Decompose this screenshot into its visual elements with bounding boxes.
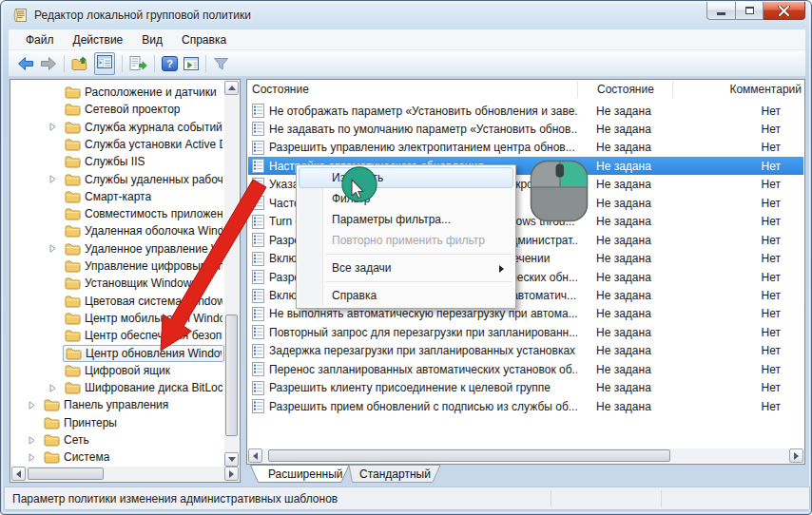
policy-row[interactable]: Разрешить управлению электропитанием цен… <box>248 139 803 157</box>
back-button[interactable] <box>17 56 34 71</box>
tree-item-label: Шифрование диска BitLocker <box>85 381 222 394</box>
tree-item-label: Система <box>64 450 109 464</box>
context-menu: ИзменитьФильтрПараметры фильтра...Повтор… <box>296 164 516 309</box>
context-menu-item[interactable]: Справка <box>299 285 513 306</box>
maximize-icon <box>745 7 754 14</box>
tree-item[interactable]: Служба журнала событий <box>11 119 224 136</box>
window-titlebar[interactable]: Редактор локальной групповой политики <box>1 1 811 29</box>
policy-name: Разрешить прием обновлений с подписью из… <box>269 400 577 413</box>
menubar-item-4[interactable]: Справка <box>172 31 236 48</box>
tree-item[interactable]: Сеть <box>11 431 224 448</box>
expand-icon[interactable] <box>28 400 37 410</box>
policy-row[interactable]: Не отображать параметр «Установить обнов… <box>248 102 803 120</box>
expand-icon[interactable] <box>48 383 58 392</box>
scroll-down-button[interactable] <box>224 452 239 467</box>
policy-state: Не задана <box>577 141 672 154</box>
folder-icon <box>65 121 81 134</box>
maximize-button[interactable] <box>736 2 764 20</box>
expander-spacer <box>48 105 58 114</box>
list-horizontal-scrollbar[interactable] <box>248 448 803 463</box>
policy-comment: Нет <box>672 363 803 376</box>
context-menu-item[interactable]: Изменить <box>299 167 513 188</box>
tree-item[interactable]: Служба установки Active Directory <box>11 136 224 153</box>
tab-standard-label[interactable]: Стандартный <box>359 467 431 481</box>
menubar-item-3[interactable]: Вид <box>132 31 172 48</box>
menubar-item-2[interactable]: Действие <box>64 31 133 48</box>
show-hide-action-pane-button[interactable] <box>184 57 199 70</box>
policy-name: Не задавать по умолчанию параметр «Устан… <box>269 123 577 136</box>
expander-spacer <box>48 331 58 340</box>
tree-item[interactable]: Сетевой проектор <box>11 101 224 118</box>
expand-icon[interactable] <box>48 123 58 132</box>
folder-icon <box>65 259 81 273</box>
tree-item[interactable]: Службы IIS <box>11 153 224 170</box>
export-list-button[interactable] <box>129 56 147 70</box>
expand-icon[interactable] <box>28 435 37 445</box>
tree-horizontal-scrollbar[interactable] <box>11 467 239 481</box>
filter-button[interactable] <box>213 57 229 70</box>
column-header-state[interactable]: Состояние <box>577 81 672 98</box>
policy-row[interactable]: Не задавать по умолчанию параметр «Устан… <box>248 120 803 138</box>
column-header-comment[interactable]: Комментарий <box>672 81 803 98</box>
policy-comment: Нет <box>672 326 803 339</box>
app-window: Редактор локальной групповой политики Фа… <box>0 0 812 515</box>
context-menu-item[interactable]: Фильтр <box>299 188 513 209</box>
tree-item[interactable]: Расположение и датчики <box>11 84 224 101</box>
folder-icon <box>65 312 81 325</box>
expander-spacer <box>48 157 58 166</box>
show-hide-console-tree-button[interactable] <box>94 52 115 75</box>
policy-row[interactable]: Разрешить прием обновлений с подписью из… <box>248 397 803 415</box>
tree-item-label: Службы IIS <box>85 155 145 168</box>
policy-comment: Нет <box>672 234 803 247</box>
column-header-setting[interactable]: Состояние <box>248 81 577 98</box>
policy-setting-icon <box>248 104 269 118</box>
list-hscroll-thumb[interactable] <box>268 449 670 462</box>
scroll-right-button[interactable] <box>224 467 239 481</box>
scroll-left-button[interactable] <box>248 448 262 463</box>
forward-button[interactable] <box>40 56 57 71</box>
policy-name: Не отображать параметр «Установить обнов… <box>269 105 577 118</box>
tree-item[interactable]: Шифрование диска BitLocker <box>11 379 224 396</box>
folder-icon <box>65 155 81 168</box>
policy-comment: Нет <box>672 197 803 210</box>
scroll-right-button[interactable] <box>789 448 803 463</box>
policy-state: Не задана <box>577 344 672 357</box>
expander-spacer <box>48 366 58 375</box>
scroll-left-button[interactable] <box>11 467 26 481</box>
policy-row[interactable]: Задержка перезагрузки при запланированны… <box>248 342 803 360</box>
expand-icon[interactable] <box>28 452 37 462</box>
policy-row[interactable]: Разрешить клиенту присоединение к целево… <box>248 379 803 397</box>
tab-advanced-label[interactable]: Расширенный <box>268 467 343 481</box>
policy-row[interactable]: Повторный запрос для перезагрузки при за… <box>248 323 803 341</box>
tree-hscroll-thumb[interactable] <box>28 467 104 480</box>
tree-item[interactable]: Принтеры <box>11 414 224 431</box>
policy-row[interactable]: Перенос запланированных автоматических у… <box>248 360 803 378</box>
tree-item[interactable]: Панель управления <box>11 396 224 413</box>
policy-comment: Нет <box>672 160 803 173</box>
help-button[interactable]: ? <box>162 56 178 71</box>
scroll-up-button[interactable] <box>224 81 239 95</box>
toolbar-separator <box>64 55 65 72</box>
tree-item-label: Панель управления <box>64 398 168 411</box>
expand-icon[interactable] <box>48 244 58 254</box>
menubar-item-1[interactable]: Файл <box>16 31 64 48</box>
folder-icon <box>44 433 60 447</box>
expander-spacer <box>48 192 58 201</box>
arrow-left-icon <box>253 452 258 460</box>
arrow-right-icon <box>794 452 799 460</box>
policy-name: Повторный запрос для перезагрузки при за… <box>269 326 577 339</box>
minimize-button[interactable] <box>706 2 736 20</box>
up-one-level-button[interactable] <box>71 56 88 71</box>
tree-item[interactable]: Цифровой ящик <box>11 362 224 379</box>
expand-icon[interactable] <box>48 175 58 184</box>
close-button[interactable] <box>764 2 805 20</box>
tree-item[interactable]: Система <box>11 448 224 466</box>
context-menu-item[interactable]: Все задачи <box>299 258 513 278</box>
expander-spacer <box>48 226 58 236</box>
policy-comment: Нет <box>672 252 803 265</box>
status-divider <box>551 490 551 506</box>
policy-state: Не задана <box>577 363 672 376</box>
context-menu-item[interactable]: Параметры фильтра... <box>299 209 513 230</box>
tree-item-label: Принтеры <box>64 416 117 429</box>
policy-comment: Нет <box>672 178 803 191</box>
